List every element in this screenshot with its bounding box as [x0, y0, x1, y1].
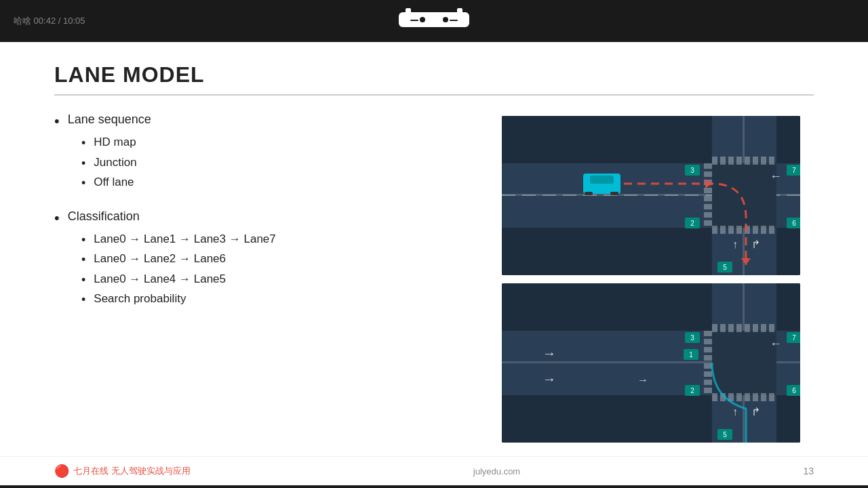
svg-text:→: →	[542, 346, 556, 361]
svg-text:↑: ↑	[732, 239, 738, 250]
svg-rect-18	[745, 157, 750, 165]
footer-website: julyedu.com	[473, 466, 520, 476]
slide-content: LANE MODEL • Lane sequence • HD map •	[0, 42, 868, 456]
svg-text:5: 5	[723, 431, 727, 439]
svg-rect-14	[712, 157, 717, 165]
svg-rect-78	[769, 393, 774, 401]
svg-rect-28	[761, 226, 766, 234]
right-content: ←	[502, 113, 814, 443]
svg-rect-36	[704, 212, 712, 218]
bullet-lane-path-1: • Lane0 → Lane1 → Lane3 → Lane7	[81, 232, 475, 248]
svg-rect-31	[704, 171, 712, 177]
svg-text:1: 1	[689, 351, 693, 359]
section-gap	[54, 196, 475, 209]
lane-sequence-label: Lane sequence	[68, 113, 151, 127]
svg-rect-63	[712, 324, 717, 332]
svg-rect-81	[704, 347, 712, 352]
footer-brand: 🔴 七月在线 无人驾驶实战与应用	[54, 464, 191, 479]
svg-text:6: 6	[792, 220, 796, 227]
svg-rect-71	[712, 393, 717, 401]
slide-body: • Lane sequence • HD map • Junction • Of…	[54, 113, 814, 443]
svg-rect-77	[761, 393, 766, 401]
svg-rect-74	[736, 393, 742, 401]
svg-rect-33	[704, 188, 712, 193]
svg-rect-5	[410, 20, 418, 21]
svg-rect-13	[712, 163, 776, 228]
svg-rect-79	[704, 331, 712, 336]
bullet-dot-junction: •	[81, 156, 85, 171]
slide-footer: 🔴 七月在线 无人驾驶实战与应用 julyedu.com 13	[0, 456, 868, 485]
bullet-lane-path-2: • Lane0 → Lane2 → Lane6	[81, 252, 475, 268]
bullet-lane-sequence: • Lane sequence	[54, 113, 475, 130]
svg-text:7: 7	[792, 334, 796, 342]
screen: 哈啥 00:42 / 10:05 LANE MODEL	[0, 0, 868, 488]
svg-text:→: →	[637, 374, 648, 386]
classification-label: Classification	[68, 209, 140, 224]
svg-text:3: 3	[690, 334, 694, 342]
svg-text:3: 3	[690, 167, 694, 174]
lane-path-2-label: Lane0 → Lane2 → Lane6	[94, 252, 226, 266]
svg-rect-30	[704, 163, 712, 169]
svg-text:↱: ↱	[751, 406, 760, 418]
svg-rect-76	[753, 393, 758, 401]
svg-rect-15	[720, 157, 726, 165]
svg-point-3	[420, 17, 425, 22]
svg-rect-85	[704, 380, 712, 385]
svg-rect-66	[736, 324, 742, 332]
bullet-classification: • Classification	[54, 209, 475, 227]
bullet-dot-search: •	[81, 292, 85, 308]
svg-rect-65	[728, 324, 734, 332]
svg-rect-80	[704, 339, 712, 344]
svg-rect-69	[761, 324, 766, 332]
bottom-bar: ◀ ✎ ≡ ▶	[0, 485, 868, 488]
svg-rect-35	[704, 204, 712, 209]
bilibili-logo	[393, 7, 475, 36]
svg-rect-83	[704, 363, 712, 369]
svg-text:↑: ↑	[732, 406, 738, 418]
brand-text: 七月在线 无人驾驶实战与应用	[73, 465, 191, 477]
lane-path-1-label: Lane0 → Lane1 → Lane3 → Lane7	[94, 232, 275, 246]
bullet-dot-class: •	[54, 209, 60, 227]
svg-rect-23	[720, 226, 726, 234]
svg-text:2: 2	[690, 387, 694, 394]
svg-text:↱: ↱	[751, 239, 760, 250]
bullet-dot-1: •	[54, 113, 60, 130]
svg-rect-62	[712, 331, 776, 395]
svg-text:←: ←	[770, 337, 782, 350]
svg-rect-70	[769, 324, 774, 332]
slide-title: LANE MODEL	[54, 62, 814, 87]
hd-map-label: HD map	[94, 136, 136, 149]
svg-text:7: 7	[792, 167, 796, 174]
bullet-hd-map: • HD map	[81, 136, 475, 151]
svg-rect-6	[450, 20, 458, 21]
svg-text:6: 6	[792, 387, 796, 394]
left-content: • Lane sequence • HD map • Junction • Of…	[54, 113, 502, 443]
svg-rect-21	[769, 157, 774, 165]
bullet-search-prob: • Search probability	[81, 292, 475, 308]
svg-rect-27	[753, 226, 758, 234]
junction-label: Junction	[94, 156, 136, 169]
svg-text:←: ←	[770, 169, 782, 183]
svg-rect-64	[720, 324, 726, 332]
svg-rect-86	[704, 388, 712, 393]
svg-text:2: 2	[690, 220, 694, 227]
svg-rect-42	[610, 192, 618, 195]
svg-rect-41	[585, 192, 593, 195]
title-divider	[54, 94, 814, 96]
road-diagram-bottom: → → → ← 3 2	[502, 283, 800, 443]
svg-rect-19	[753, 157, 758, 165]
top-bar-left-text: 哈啥 00:42 / 10:05	[14, 15, 85, 27]
svg-rect-84	[704, 371, 712, 377]
bullet-dot-offlane: •	[81, 176, 85, 191]
svg-rect-75	[745, 393, 750, 401]
bullet-dot-path1: •	[81, 232, 85, 248]
svg-rect-17	[736, 157, 742, 165]
search-prob-label: Search probability	[94, 292, 186, 306]
svg-rect-24	[728, 226, 734, 234]
svg-text:5: 5	[723, 264, 727, 271]
bullet-dot-path2: •	[81, 252, 85, 268]
off-lane-label: Off lane	[94, 176, 134, 189]
bullet-off-lane: • Off lane	[81, 176, 475, 191]
bullet-lane-path-3: • Lane0 → Lane4 → Lane5	[81, 272, 475, 288]
road-diagram-top: ←	[502, 116, 800, 275]
